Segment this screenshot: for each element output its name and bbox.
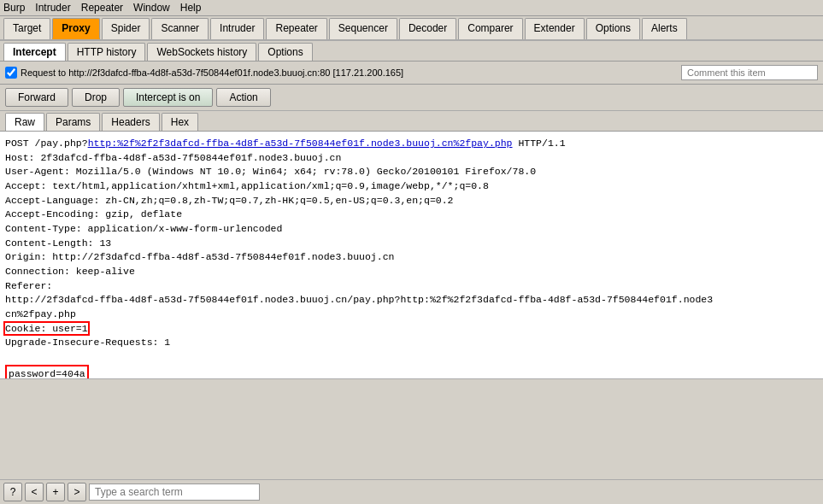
menu-bar: Burp Intruder Repeater Window Help bbox=[0, 0, 823, 16]
tab-options[interactable]: Options bbox=[586, 18, 640, 39]
action-button[interactable]: Action bbox=[216, 88, 270, 107]
tab-spider[interactable]: Spider bbox=[102, 18, 150, 39]
tab-intruder[interactable]: Intruder bbox=[210, 18, 264, 39]
content-tab-hex[interactable]: Hex bbox=[162, 113, 198, 131]
menu-repeater[interactable]: Repeater bbox=[81, 2, 123, 14]
search-bar: ? < + > bbox=[0, 479, 823, 504]
intercept-checkbox[interactable] bbox=[5, 67, 17, 79]
forward-button[interactable]: Forward bbox=[5, 88, 68, 107]
request-url-link[interactable]: http:%2f%2f2f3dafcd-ffba-4d8f-a53d-7f508… bbox=[88, 138, 513, 149]
tab-comparer[interactable]: Comparer bbox=[458, 18, 522, 39]
menu-intruder[interactable]: Intruder bbox=[35, 2, 70, 14]
menu-burp[interactable]: Burp bbox=[3, 2, 25, 14]
tab-proxy[interactable]: Proxy bbox=[52, 18, 99, 39]
subtab-websockets-history[interactable]: WebSockets history bbox=[147, 43, 256, 61]
tab-scanner[interactable]: Scanner bbox=[151, 18, 209, 39]
subtab-options[interactable]: Options bbox=[258, 43, 312, 61]
top-tab-bar: Target Proxy Spider Scanner Intruder Rep… bbox=[0, 16, 823, 41]
menu-help[interactable]: Help bbox=[180, 2, 202, 14]
tab-alerts[interactable]: Alerts bbox=[642, 18, 687, 39]
tab-decoder[interactable]: Decoder bbox=[399, 18, 456, 39]
search-question-button[interactable]: ? bbox=[3, 483, 22, 501]
search-add-button[interactable]: + bbox=[46, 483, 65, 501]
request-info: Request to http://2f3dafcd-ffba-4d8f-a53… bbox=[21, 67, 678, 78]
request-body: POST /pay.php?http:%2f%2f2f3dafcd-ffba-4… bbox=[0, 132, 823, 379]
intercept-toggle-button[interactable]: Intercept is on bbox=[123, 88, 213, 107]
subtab-http-history[interactable]: HTTP history bbox=[68, 43, 146, 61]
tab-repeater[interactable]: Repeater bbox=[266, 18, 326, 39]
sub-tab-bar: Intercept HTTP history WebSockets histor… bbox=[0, 41, 823, 62]
action-bar: Forward Drop Intercept is on Action bbox=[0, 85, 823, 111]
tab-sequencer[interactable]: Sequencer bbox=[329, 18, 397, 39]
content-tab-bar: Raw Params Headers Hex bbox=[0, 111, 823, 132]
drop-button[interactable]: Drop bbox=[72, 88, 120, 107]
menu-window[interactable]: Window bbox=[133, 2, 170, 14]
content-tab-headers[interactable]: Headers bbox=[102, 113, 159, 131]
subtab-intercept[interactable]: Intercept bbox=[3, 43, 66, 61]
password-body-highlight: password=404a bbox=[5, 365, 89, 379]
tab-extender[interactable]: Extender bbox=[525, 18, 585, 39]
tab-target[interactable]: Target bbox=[3, 18, 50, 39]
request-toolbar: Request to http://2f3dafcd-ffba-4d8f-a53… bbox=[0, 62, 823, 85]
comment-input[interactable] bbox=[681, 65, 818, 80]
cookie-header-highlight: Cookie: user=1 bbox=[5, 323, 88, 334]
search-next-button[interactable]: > bbox=[68, 483, 86, 501]
content-tab-raw[interactable]: Raw bbox=[5, 113, 44, 131]
post-line: POST /pay.php?http:%2f%2f2f3dafcd-ffba-4… bbox=[5, 138, 713, 379]
content-tab-params[interactable]: Params bbox=[46, 113, 100, 131]
search-input[interactable] bbox=[89, 483, 260, 501]
search-prev-button[interactable]: < bbox=[25, 483, 44, 501]
